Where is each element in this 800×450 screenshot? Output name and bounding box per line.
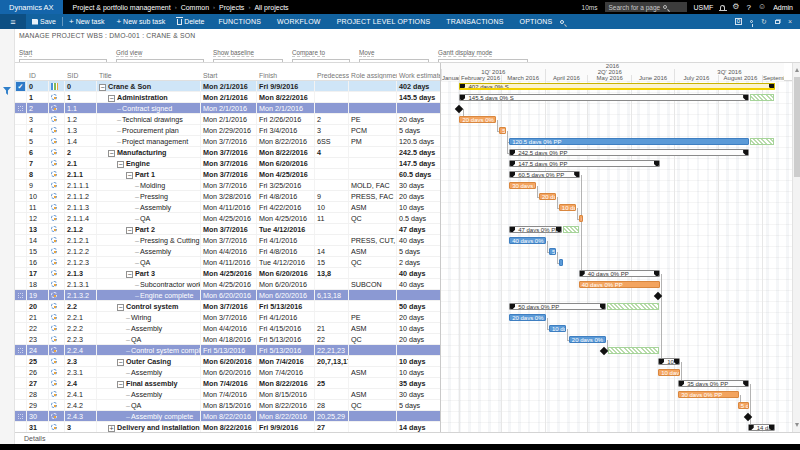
row-select-cell[interactable] [15, 191, 27, 201]
row-select-cell[interactable] [15, 213, 27, 223]
row-select-cell[interactable] [15, 246, 27, 256]
gantt-bar[interactable]: 20 days 0% PP [539, 193, 556, 200]
gantt-bar[interactable]: 10 days 0% [658, 369, 679, 376]
scroll-down-arrow-icon[interactable] [795, 423, 799, 427]
gantt-bar[interactable]: 20 days 0% PP [459, 116, 496, 123]
row-select-cell[interactable] [15, 114, 27, 124]
row-select-cell[interactable] [15, 312, 27, 322]
expand-collapse-icon[interactable]: + [108, 425, 115, 432]
row-select-cell[interactable] [15, 301, 27, 311]
expand-collapse-icon[interactable]: − [126, 227, 133, 234]
open-in-new-window-icon[interactable] [775, 20, 780, 24]
row-select-cell[interactable] [15, 389, 27, 399]
gantt-bar[interactable]: 5 days 0% PP [499, 127, 506, 134]
expand-collapse-icon[interactable]: − [117, 359, 124, 366]
gantt-bar[interactable]: 5 d [738, 402, 749, 409]
row-select-cell[interactable] [15, 367, 27, 377]
table-row[interactable]: 313+Delivery and installationMon 8/22/20… [15, 422, 440, 432]
table-row[interactable]: 72.1−EngineMon 3/7/2016Mon 6/20/2016147.… [15, 158, 440, 169]
user-menu[interactable]: Admin [773, 4, 793, 11]
gantt-summary-bar[interactable]: 50 days 0% PP [509, 303, 606, 310]
expand-collapse-icon[interactable]: − [108, 150, 115, 157]
search-icon[interactable] [663, 5, 667, 9]
breadcrumb-projects[interactable]: Projects [219, 4, 244, 11]
row-select-cell[interactable] [15, 378, 27, 388]
table-row[interactable]: 292.4.2–QAMon 8/15/2016Mon 8/22/201628QC… [15, 400, 440, 411]
table-row[interactable]: 282.4.1–AssemblyMon 7/4/2016Mon 8/15/201… [15, 389, 440, 400]
table-row[interactable]: ✓00−Crane & SonMon 2/1/2016Fri 9/9/20164… [15, 81, 440, 92]
row-select-cell[interactable] [15, 334, 27, 344]
gantt-summary-bar[interactable]: 47 days 0% PP [509, 226, 562, 233]
table-row[interactable]: 272.4−Final assemblyMon 7/4/2016Mon 8/22… [15, 378, 440, 389]
breadcrumb-common[interactable]: Common [181, 4, 209, 11]
gantt-milestone[interactable] [455, 104, 463, 112]
table-row[interactable]: 262.3.1–AssemblyMon 6/20/2016Mon 7/4/201… [15, 367, 440, 378]
expand-collapse-icon[interactable]: − [126, 172, 133, 179]
row-select-cell[interactable] [15, 356, 27, 366]
gantt-summary-bar[interactable]: 402 days 0% S [459, 83, 774, 90]
row-select-cell[interactable] [15, 345, 27, 355]
gantt-summary-bar[interactable]: 40 days 0% PP [579, 270, 660, 277]
gantt-bar[interactable]: 20 days 0% PP [569, 336, 606, 343]
gantt-bar[interactable]: 0.5 days [579, 215, 583, 222]
row-select-cell[interactable] [15, 411, 27, 421]
row-select-cell[interactable] [15, 136, 27, 146]
table-row[interactable]: 232.2.3–QAMon 4/18/2016Fri 5/13/201622QC… [15, 334, 440, 345]
help-icon[interactable]: ? [747, 3, 751, 12]
delete-button[interactable]: Delete [171, 18, 210, 25]
actionpane-search-icon[interactable] [560, 20, 564, 24]
menu-options[interactable]: OPTIONS [512, 18, 561, 25]
table-row[interactable]: 62−ManufacturingMon 3/7/2016Mon 8/22/201… [15, 147, 440, 158]
row-select-cell[interactable] [15, 422, 27, 432]
attachments-icon[interactable]: 0 [735, 18, 742, 25]
menu-transactions[interactable]: TRANSACTIONS [438, 18, 511, 25]
table-row[interactable]: 11−AdministrationMon 2/1/2016Mon 8/22/20… [15, 92, 440, 103]
gantt-bar[interactable]: 120.5 days 0% PP [509, 138, 749, 145]
table-row[interactable]: 252.3−Outer CasingMon 6/20/2016Mon 7/4/2… [15, 356, 440, 367]
expand-collapse-icon[interactable]: − [117, 304, 124, 311]
row-select-cell[interactable] [15, 147, 27, 157]
gantt-bar[interactable]: 10 days 0% [549, 325, 566, 332]
table-row[interactable]: 132.1.2−Part 2Mon 3/7/2016Tue 4/12/20164… [15, 224, 440, 235]
breadcrumb-all-projects[interactable]: All projects [254, 4, 288, 11]
row-select-cell[interactable] [15, 169, 27, 179]
dynamics-ax-logo[interactable]: Dynamics AX [0, 0, 63, 14]
row-select-cell[interactable] [15, 268, 27, 278]
gantt-summary-bar[interactable]: 147.5 days 0% PP [509, 160, 660, 167]
refresh-icon[interactable]: ↻ [761, 18, 767, 26]
row-select-cell[interactable] [15, 180, 27, 190]
expand-collapse-icon[interactable]: − [126, 271, 133, 278]
settings-gear-icon[interactable]: ⚙ [732, 3, 739, 11]
table-row[interactable]: 152.1.2.2–AssemblyMon 4/4/2016Fri 4/8/20… [15, 246, 440, 257]
row-select-cell[interactable] [15, 290, 27, 300]
new-sub-task-button[interactable]: + New sub task [110, 18, 171, 26]
table-row[interactable]: 242.2.4–Control system completeFri 5/13/… [15, 345, 440, 356]
table-row[interactable]: 102.1.1.2–PressingMon 3/28/2016Fri 4/8/2… [15, 191, 440, 202]
table-row[interactable]: 122.1.1.4–QAMon 4/25/2016Mon 4/25/201611… [15, 213, 440, 224]
gantt-bar[interactable]: 40 days 0% PP [509, 237, 546, 244]
table-row[interactable]: 112.1.1.3–AssemblyMon 4/11/2016Fri 4/22/… [15, 202, 440, 213]
gantt-summary-bar[interactable]: 242.5 days 0% PP [509, 149, 749, 156]
table-row[interactable]: 31.2–Technical drawingsMon 2/1/2016Fri 2… [15, 114, 440, 125]
gantt-bar[interactable]: 30 days 0% PP [678, 391, 739, 398]
hamburger-menu-icon[interactable]: ≡ [0, 14, 26, 29]
scrollbar-thumb[interactable] [794, 77, 800, 177]
breadcrumb-module[interactable]: Project & portfolio management [73, 4, 171, 11]
expand-collapse-icon[interactable]: − [99, 84, 106, 91]
gantt-summary-bar[interactable]: 145.5 days 0% S [459, 94, 749, 101]
row-select-cell[interactable] [15, 279, 27, 289]
table-row[interactable]: 222.2.2–AssemblyMon 4/4/2016Fri 4/15/201… [15, 323, 440, 334]
gantt-summary-bar[interactable]: 35 days 0% PP [678, 380, 749, 387]
gantt-bar[interactable]: 2 days [559, 259, 563, 266]
notifications-bell-icon[interactable] [720, 5, 725, 10]
table-row[interactable]: 51.4–Project managementMon 3/7/2016Mon 8… [15, 136, 440, 147]
menu-workflow[interactable]: WORKFLOW [269, 18, 329, 25]
gantt-bar[interactable]: 10 days 0% PP [559, 204, 576, 211]
row-select-cell[interactable] [15, 400, 27, 410]
company-picker[interactable]: USMF [694, 4, 714, 11]
row-select-cell[interactable]: ✓ [15, 81, 27, 91]
new-task-button[interactable]: + New task [63, 18, 110, 26]
menu-project-level-options[interactable]: PROJECT LEVEL OPTIONS [329, 18, 439, 25]
gantt-bar[interactable]: 20 days 0% PP [509, 314, 546, 321]
gantt-summary-bar[interactable]: 10 days 0% PP [658, 358, 679, 365]
